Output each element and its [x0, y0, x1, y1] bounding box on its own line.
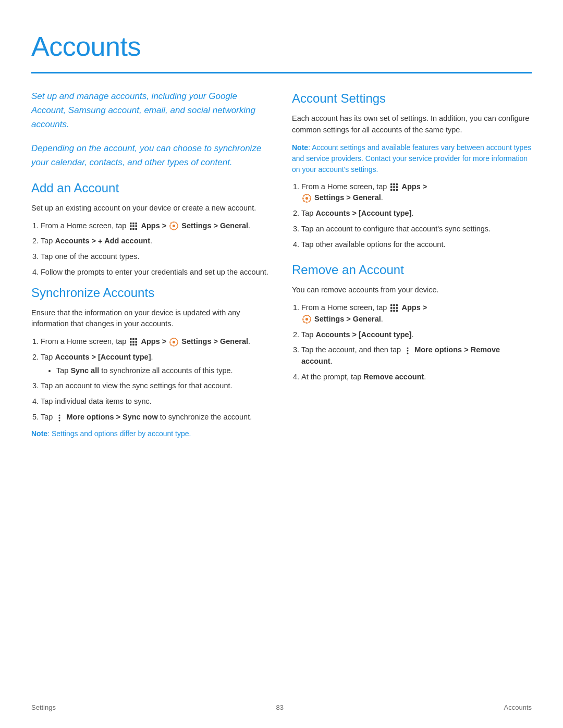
account-settings-title: Account Settings	[292, 89, 532, 108]
svg-rect-39	[390, 307, 393, 309]
add-account-section: Add an Account Set up an existing accoun…	[31, 179, 271, 278]
settings-icon-4	[302, 315, 311, 324]
settings-general-3: Settings > General	[314, 193, 381, 202]
sync-step-3: Tap an account to view the sync settings…	[41, 380, 271, 392]
footer-right: Accounts	[504, 702, 532, 713]
add-step-1: From a Home screen, tap	[41, 220, 271, 232]
svg-rect-27	[396, 183, 398, 186]
sync-step-5: Tap More options > Sync now to synchroni…	[41, 412, 271, 423]
sync-sub-1: Tap Sync all to synchronize all accounts…	[56, 365, 271, 377]
ra-step-4: At the prompt, tap Remove account.	[301, 372, 532, 383]
ra-step-1: From a Home screen, tap	[301, 302, 532, 325]
svg-point-22	[59, 415, 60, 416]
more-options-icon	[56, 414, 63, 421]
svg-rect-15	[133, 341, 135, 343]
svg-rect-19	[136, 344, 138, 346]
svg-point-24	[59, 420, 60, 422]
svg-rect-12	[133, 338, 135, 340]
account-settings-desc: Each account has its own set of settings…	[292, 113, 532, 136]
synchronize-steps: From a Home screen, tap	[31, 336, 271, 423]
ra-step-3: Tap the account, and then tap More optio…	[301, 344, 532, 367]
svg-rect-11	[130, 338, 132, 340]
remove-account-section: Remove an Account You can remove account…	[292, 261, 532, 382]
svg-rect-16	[136, 341, 138, 343]
svg-point-48	[407, 350, 409, 352]
svg-point-10	[173, 225, 175, 227]
apps-label-3: Apps >	[401, 182, 427, 191]
apps-icon-3	[390, 183, 398, 191]
add-step-2: Tap Accounts > + Add account.	[41, 236, 271, 247]
footer-page-number: 83	[56, 702, 504, 713]
more-options-icon-2	[404, 347, 411, 354]
svg-rect-26	[394, 183, 396, 186]
svg-point-23	[59, 417, 60, 419]
svg-rect-43	[394, 310, 396, 312]
svg-rect-5	[136, 225, 138, 227]
as-step-2: Tap Accounts > [Account type].	[301, 208, 532, 219]
add-step-3: Tap one of the account types.	[41, 251, 271, 263]
svg-rect-32	[394, 189, 396, 191]
svg-rect-25	[390, 183, 393, 186]
svg-rect-1	[133, 223, 135, 225]
apps-label: Apps >	[141, 221, 166, 230]
settings-general-1: Settings > General	[181, 221, 248, 230]
page-footer: Settings 83 Accounts	[31, 702, 532, 713]
add-account-steps: From a Home screen, tap	[31, 220, 271, 278]
account-settings-steps: From a Home screen, tap	[292, 181, 532, 251]
svg-rect-18	[133, 344, 135, 346]
add-account-desc: Set up an existing account on your devic…	[31, 203, 271, 214]
intro-para1: Set up and manage accounts, including yo…	[31, 89, 271, 132]
svg-rect-42	[390, 310, 393, 312]
svg-rect-28	[390, 186, 393, 188]
sync-note: Note: Settings and options differ by acc…	[31, 428, 271, 439]
sync-sub-list: Tap Sync all to synchronize all accounts…	[41, 365, 271, 377]
svg-rect-8	[136, 228, 138, 230]
apps-icon-4	[390, 304, 398, 312]
settings-general-4: Settings > General	[314, 315, 381, 323]
svg-point-21	[173, 341, 175, 343]
svg-rect-7	[133, 228, 135, 230]
svg-rect-38	[396, 304, 398, 306]
settings-general-2: Settings > General	[181, 337, 248, 346]
svg-point-46	[305, 318, 308, 320]
synchronize-section: Synchronize Accounts Ensure that the inf…	[31, 283, 271, 439]
as-step-4: Tap other available options for the acco…	[301, 239, 532, 251]
sync-step-2: Tap Accounts > [Account type]. Tap Sync …	[41, 352, 271, 377]
svg-rect-30	[396, 186, 398, 188]
svg-rect-40	[394, 307, 396, 309]
page-title: Accounts	[31, 26, 532, 67]
synchronize-desc: Ensure that the information on your devi…	[31, 307, 271, 330]
remove-account-title: Remove an Account	[292, 261, 532, 279]
ra-step-2: Tap Accounts > [Account type].	[301, 329, 532, 341]
svg-point-49	[407, 353, 409, 354]
add-icon: +	[98, 236, 102, 247]
svg-point-35	[305, 197, 308, 200]
settings-icon-3	[302, 194, 311, 203]
footer-left: Settings	[31, 702, 56, 713]
svg-rect-6	[130, 228, 132, 230]
svg-rect-31	[390, 189, 393, 191]
svg-rect-0	[130, 223, 132, 225]
apps-label-2: Apps >	[141, 337, 166, 346]
svg-rect-3	[130, 225, 132, 227]
remove-account-desc: You can remove accounts from your device…	[292, 285, 532, 296]
apps-icon-2	[129, 338, 138, 346]
add-step-4: Follow the prompts to enter your credent…	[41, 267, 271, 278]
add-account-title: Add an Account	[31, 179, 271, 198]
sync-step-4: Tap individual data items to sync.	[41, 396, 271, 408]
svg-rect-41	[396, 307, 398, 309]
account-settings-section: Account Settings Each account has its ow…	[292, 89, 532, 250]
intro-para2: Depending on the account, you can choose…	[31, 141, 271, 169]
synchronize-title: Synchronize Accounts	[31, 283, 271, 302]
svg-rect-29	[394, 186, 396, 188]
apps-icon	[129, 222, 138, 230]
apps-label-4: Apps >	[401, 303, 427, 312]
svg-rect-44	[396, 310, 398, 312]
settings-icon-2	[169, 338, 178, 347]
svg-rect-17	[130, 344, 132, 346]
settings-icon	[169, 221, 178, 230]
svg-rect-2	[136, 223, 138, 225]
svg-rect-13	[136, 338, 138, 340]
remove-account-steps: From a Home screen, tap	[292, 302, 532, 383]
svg-rect-33	[396, 189, 398, 191]
